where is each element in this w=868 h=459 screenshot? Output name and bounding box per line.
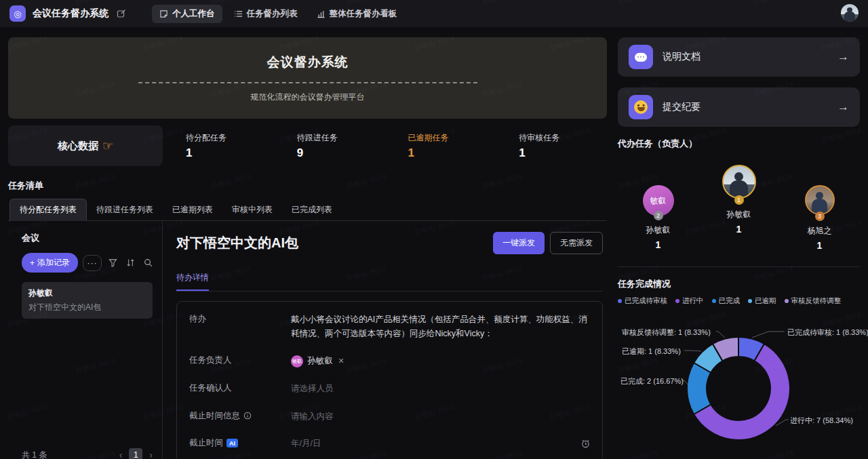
field-label: 待办 [189, 313, 291, 325]
completion-title: 任务完成情况 [618, 278, 860, 290]
owner-rank-1: 1 孙敏叡 1 [698, 159, 779, 254]
owner-name: 孙敏叡 [727, 209, 751, 220]
submit-minutes-card[interactable]: 提交纪要 → [618, 87, 860, 127]
task-body: 会议 + 添加记录 ··· 孙敏叡 [8, 221, 607, 459]
owner-avatar[interactable] [722, 165, 756, 199]
field-owner: 任务负责人 敏叡 孙敏叡 ✕ [189, 347, 590, 375]
callout-in-progress: 进行中: 7 (58.34%) [790, 416, 853, 426]
main-column: 会议督办系统 规范化流程的会议督办管理平台 核心数据 ☞ 待分配任务 1 待跟进… [8, 37, 607, 459]
add-record-label: 添加记录 [37, 257, 70, 268]
arrow-right-icon: → [837, 100, 849, 114]
field-label: 任务负责人 [189, 354, 291, 366]
callout-done-pending-review: 已完成待审核: 1 (8.33%) [787, 327, 868, 338]
filter-icon[interactable] [108, 258, 117, 267]
nav-tab-board[interactable]: 整体任务督办看板 [309, 5, 405, 23]
nav-tab-label: 整体任务督办看板 [330, 8, 397, 20]
sort-icon[interactable] [126, 258, 135, 267]
search-icon[interactable] [144, 258, 153, 267]
tab-reviewing-list[interactable]: 审核中列表 [222, 199, 282, 220]
logo-glyph: ◎ [14, 9, 21, 19]
core-data-card: 核心数据 ☞ [8, 125, 163, 166]
stat-label: 待分配任务 [186, 132, 274, 144]
dispatch-button[interactable]: 一键派发 [493, 232, 545, 254]
rank-badge: 2 [654, 211, 663, 220]
field-label: 截止时间信息 [189, 410, 240, 422]
leader-line [684, 351, 701, 351]
tab-pending-assign-list[interactable]: 待分配任务列表 [9, 199, 87, 221]
owner-select[interactable]: 敏叡 孙敏叡 ✕ [291, 354, 590, 368]
list-tool-icons [108, 258, 153, 267]
docs-card-title: 说明文档 [663, 51, 701, 63]
owner-name: 杨旭之 [808, 225, 832, 237]
nav-tab-task-list[interactable]: 任务督办列表 [226, 5, 305, 23]
tab-overdue-list[interactable]: 已逾期列表 [163, 199, 222, 220]
smiley-icon [629, 95, 653, 119]
top-navbar: ◎ 会议任务督办系统 个人工作台 任务督办列表 整体任务督办看板 [0, 0, 868, 27]
pointing-hand-icon: ☞ [102, 138, 113, 153]
tab-done-list[interactable]: 已完成列表 [282, 199, 342, 220]
stat-pending-follow: 待跟进任务 9 [274, 132, 385, 160]
nav-tab-workbench[interactable]: 个人工作台 [152, 5, 222, 23]
donut-chart: 已完成待审核: 1 (8.33%) 进行中: 7 (58.34%) 已完成: 2… [618, 308, 860, 459]
deadline-info-input[interactable]: 请输入内容 [291, 410, 590, 424]
stat-label: 待跟进任务 [297, 132, 385, 144]
note-icon [159, 9, 168, 18]
nav-tabs: 个人工作台 任务督办列表 整体任务督办看板 [152, 5, 405, 23]
meeting-list-item[interactable]: 孙敏叡 对下悟空中文的AI包 [22, 282, 153, 319]
task-status-tabs: 待分配任务列表 待跟进任务列表 已逾期列表 审核中列表 已完成列表 [8, 199, 607, 221]
chip-name: 孙敏叡 [307, 354, 333, 368]
legend-item: 已完成 [712, 296, 741, 306]
stat-value: 1 [408, 146, 496, 160]
more-actions-button[interactable]: ··· [83, 255, 102, 271]
tab-pending-follow-list[interactable]: 待跟进任务列表 [87, 199, 163, 220]
callout-review-feedback: 审核反馈待调整: 1 (8.33%) [622, 327, 711, 338]
task-list-section: 任务清单 待分配任务列表 待跟进任务列表 已逾期列表 审核中列表 已完成列表 会… [8, 180, 607, 459]
confirmer-select[interactable]: 请选择人员 [291, 382, 590, 396]
task-detail-panel: 对下悟空中文的AI包 一键派发 无需派发 待办详情 待办 戴小小将会议讨论的AI… [163, 221, 607, 459]
meeting-list-panel: 会议 + 添加记录 ··· 孙敏叡 [8, 221, 163, 459]
meeting-group-title: 会议 [22, 232, 153, 244]
field-todo: 待办 戴小小将会议讨论的AI产品相关情况（包括产品合并、额度计算、功能权益、消耗… [189, 306, 590, 347]
meeting-item-owner: 孙敏叡 [28, 287, 146, 299]
hero-divider [138, 82, 477, 83]
stat-value: 9 [297, 146, 385, 160]
chip-remove-icon[interactable]: ✕ [338, 355, 344, 367]
field-deadline: 截止时间 AI 年/月/日 [189, 430, 590, 458]
donut-slices [687, 337, 790, 440]
stat-overdue: 已逾期任务 1 [385, 132, 496, 160]
user-avatar[interactable] [841, 4, 859, 22]
completion-section: 任务完成情况 已完成待审核 进行中 已完成 已逾期 审核反馈待调整 已完成待审核… [618, 266, 860, 459]
bar-chart-icon [317, 9, 326, 18]
chip-avatar: 敏叡 [291, 355, 303, 367]
docs-card[interactable]: 说明文档 → [618, 37, 860, 77]
callout-done: 已完成: 2 (16.67%) [620, 376, 684, 386]
detail-header: 对下悟空中文的AI包 一键派发 无需派发 [176, 232, 603, 254]
rank-badge: 3 [815, 212, 825, 221]
owner-name: 孙敏叡 [646, 224, 671, 236]
stat-pending-assign: 待分配任务 1 [163, 132, 274, 160]
stat-value: 1 [519, 146, 607, 160]
deadline-date-input[interactable]: 年/月/日 [291, 437, 590, 451]
prev-page-icon[interactable]: ‹ [119, 450, 123, 459]
sidebar: 说明文档 → 提交纪要 → 代办任务（负责人） 敏叡 2 孙敏叡 1 [618, 37, 860, 459]
list-pagination: 共 1 条 ‹ 1 › [22, 448, 153, 459]
todo-owners-section: 代办任务（负责人） 敏叡 2 孙敏叡 1 1 孙敏叡 1 [618, 138, 860, 254]
ai-badge: AI [226, 439, 238, 447]
stat-value: 1 [186, 146, 274, 160]
clock-icon [581, 439, 590, 448]
legend-item: 进行中 [675, 296, 704, 306]
legend-item: 已逾期 [748, 296, 776, 306]
add-record-button[interactable]: + 添加记录 [22, 253, 78, 273]
page-number[interactable]: 1 [129, 448, 142, 459]
todo-owners-title: 代办任务（负责人） [618, 138, 860, 150]
list-icon [234, 9, 243, 18]
plus-icon: + [30, 258, 35, 268]
edit-title-icon[interactable] [117, 9, 126, 18]
owner-avatar[interactable] [805, 185, 835, 215]
detail-title: 对下悟空中文的AI包 [176, 234, 298, 252]
owner-rank-3: 3 杨旭之 1 [779, 159, 860, 254]
next-page-icon[interactable]: › [149, 450, 153, 459]
no-dispatch-button[interactable]: 无需派发 [550, 232, 603, 254]
owners-podium: 敏叡 2 孙敏叡 1 1 孙敏叡 1 [618, 159, 860, 254]
tab-todo-detail[interactable]: 待办详情 [176, 272, 209, 291]
